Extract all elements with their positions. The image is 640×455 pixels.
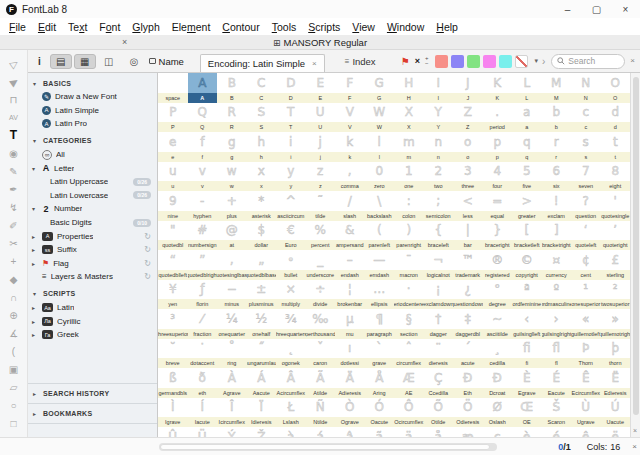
glyph-cell-F[interactable]: FF (335, 73, 365, 103)
glyph-cell-dotlessi[interactable]: ıdotlessi (335, 339, 365, 369)
glyph-cell-N[interactable]: NN (571, 73, 601, 103)
glyph-cell-cent[interactable]: ¢cent (571, 250, 601, 280)
glyph-cell-quoteleft[interactable]: ‘quoteleft (571, 221, 601, 251)
glyph-cell-i[interactable]: ii (276, 132, 306, 162)
maximize-button[interactable]: ▢ (582, 0, 611, 18)
refresh-icon[interactable]: ↻ (144, 232, 151, 241)
glyph-cell-Thorn[interactable]: ÞThorn (571, 339, 601, 369)
add-node-tool[interactable]: + (0, 252, 27, 270)
glyph-cell-Ecircumflex[interactable]: ÊEcircumflex (571, 368, 601, 398)
menu-item-text[interactable]: Text (62, 21, 93, 33)
glyph-cell-onehalf[interactable]: ½onehalf (247, 309, 277, 339)
glyph-cell-Atilde[interactable]: ÃAtilde (306, 368, 336, 398)
glyph-cell-guilsinglright[interactable]: ›guilsinglright (542, 309, 572, 339)
glyph-cell-Igrave[interactable]: ÌIgrave (158, 398, 188, 428)
glyph-cell-Ugrave[interactable]: ÙUgrave (571, 398, 601, 428)
glyph-cell-r[interactable]: rr (542, 132, 572, 162)
glyph-cell-plusminus[interactable]: ±plusminus (247, 280, 277, 310)
menu-item-help[interactable]: Help (430, 21, 464, 33)
glyph-cell-currency[interactable]: ¤currency (542, 250, 572, 280)
glyph-cell-z[interactable]: zz (306, 162, 336, 192)
glyph-cell-a[interactable]: aa (512, 103, 542, 133)
glyph-cell-ccedilla[interactable]: çccedilla (483, 427, 513, 437)
glyph-cell-minus[interactable]: −minus (217, 280, 247, 310)
menu-item-contour[interactable]: Contour (216, 21, 265, 33)
glyph-cell-circumflex[interactable]: ˆcircumflex (394, 339, 424, 369)
paste-tool[interactable]: ▱ (0, 378, 27, 396)
glyph-cell-Iacute[interactable]: ÍIacute (188, 398, 218, 428)
arc-tool[interactable]: ( (0, 342, 27, 360)
transform-tool[interactable]: ⊕ (0, 306, 27, 324)
refresh-icon[interactable]: ↻ (144, 259, 151, 268)
glyph-cell-q[interactable]: qq (512, 132, 542, 162)
sidebar-item-latin[interactable]: ▸AaLatin (28, 301, 157, 315)
sidebar-item-greek[interactable]: ▸ГаGreek (28, 328, 157, 342)
glyph-cell-P[interactable]: PP (158, 103, 188, 133)
glyph-cell-braceleft[interactable]: {braceleft (424, 221, 454, 251)
menu-item-element[interactable]: Element (166, 21, 217, 33)
glyph-cell-B[interactable]: BB (217, 73, 247, 103)
chevron-right-icon[interactable]: › (542, 56, 545, 67)
expander-icon[interactable]: ▸ (32, 331, 35, 338)
glyph-cell-M[interactable]: MM (542, 73, 572, 103)
glyph-cell-V[interactable]: VV (335, 103, 365, 133)
glyph-cell-s[interactable]: ss (571, 132, 601, 162)
flag-icon[interactable]: ⚑ (401, 56, 410, 67)
glyph-cell-Icircumflex[interactable]: ÎIcircumflex (217, 398, 247, 428)
color-swatch-2[interactable] (467, 55, 480, 68)
sidebar-item-all[interactable]: ∞All (28, 148, 157, 162)
ellipse-tool[interactable]: ○ (0, 396, 27, 414)
glyph-cell-e[interactable]: ee (158, 132, 188, 162)
glyph-cell-atilde[interactable]: ãatilde (365, 427, 395, 437)
glyph-cell-exclamdown[interactable]: ¡exclamdown (424, 280, 454, 310)
glyph-cell-X[interactable]: XX (394, 103, 424, 133)
glyph-cell-florin[interactable]: ƒflorin (188, 280, 218, 310)
scrollbar-thumb[interactable] (633, 77, 639, 415)
glyph-cell-zero[interactable]: 0zero (365, 162, 395, 192)
glyph-cell-asciicircum[interactable]: ^asciicircum (276, 191, 306, 221)
horizontal-scrollbar[interactable] (159, 443, 497, 451)
glyph-cell-c[interactable]: cc (571, 103, 601, 133)
glyph-cell-daggerdbl[interactable]: ‡daggerdbl (453, 309, 483, 339)
glyph-cell-U[interactable]: UU (306, 103, 336, 133)
list-view-button[interactable]: ▤ (50, 54, 72, 69)
menu-item-view[interactable]: View (346, 21, 381, 33)
glyph-cell-G[interactable]: GG (365, 73, 395, 103)
glyph-cell-D[interactable]: DD (276, 73, 306, 103)
glyph-cell-slash[interactable]: /slash (335, 191, 365, 221)
sidebar-item-latin-uppercase[interactable]: Latin Uppercase0/26 (28, 175, 157, 189)
glyph-cell-Ograve[interactable]: ÒOgrave (335, 398, 365, 428)
expander-icon[interactable]: ▸ (32, 304, 35, 311)
glyph-cell-acircumflex[interactable]: âacircumflex (335, 427, 365, 437)
glyph-cell-adieresis[interactable]: äadieresis (394, 427, 424, 437)
glyph-cell-Idieresis[interactable]: ÏIdieresis (247, 398, 277, 428)
glyph-cell-multiply[interactable]: ×multiply (276, 280, 306, 310)
expander-icon[interactable]: ▸ (32, 233, 35, 240)
glyph-cell-R[interactable]: RR (217, 103, 247, 133)
rapid-tool[interactable]: ↯ (0, 198, 27, 216)
sidebar-item-basic-digits[interactable]: Basic Digits0/10 (28, 216, 157, 230)
glyph-cell-ordfeminine[interactable]: ªordfeminine (512, 280, 542, 310)
glyph-cell-ampersand[interactable]: &ampersand (335, 221, 365, 251)
sidebar-item-cyrillic[interactable]: ▸ЛаCyrillic (28, 314, 157, 328)
glyph-cell-mu[interactable]: µmu (335, 309, 365, 339)
target-button[interactable]: ◎ (130, 56, 139, 67)
glyph-cell-Ntilde[interactable]: ÑNtilde (306, 398, 336, 428)
glyph-cell-l[interactable]: ll (365, 132, 395, 162)
glyph-cell-Dcroat[interactable]: ĐDcroat (483, 368, 513, 398)
glyph-cell-caron[interactable]: ˇcaron (306, 339, 336, 369)
glyph-cell-greater[interactable]: >greater (512, 191, 542, 221)
glyph-cell-macron[interactable]: ¯macron (394, 250, 424, 280)
expander-icon[interactable]: ▾ (32, 205, 35, 212)
glyph-cell-w[interactable]: ww (217, 162, 247, 192)
menu-item-edit[interactable]: Edit (32, 21, 62, 33)
glyph-cell-at[interactable]: @at (217, 221, 247, 251)
glyph-cell-Ccedilla[interactable]: ÇCcedilla (424, 368, 454, 398)
glyph-cell-egrave[interactable]: èegrave (512, 427, 542, 437)
glyph-cell-two[interactable]: 2two (424, 162, 454, 192)
glyph-cell-dotaccent[interactable]: ˙dotaccent (188, 339, 218, 369)
refresh-icon[interactable]: ↻ (144, 245, 151, 254)
sidebar-item-draw-a-new-font[interactable]: ✎Draw a New Font (28, 90, 157, 104)
glyph-cell-A[interactable]: AA (188, 73, 218, 103)
clear-flag-icon[interactable]: × (415, 56, 420, 66)
